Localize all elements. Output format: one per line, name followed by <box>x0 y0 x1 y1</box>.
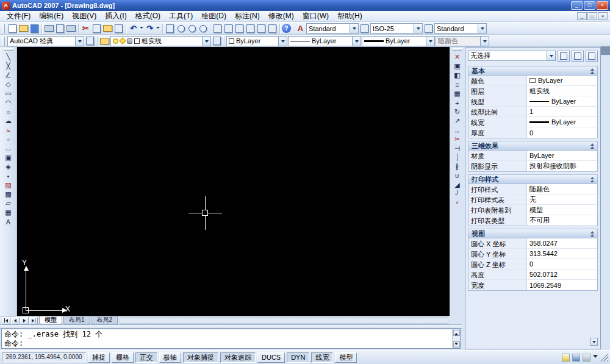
menu-modify[interactable]: 修改(M) <box>264 10 298 22</box>
cut-icon[interactable]: ✂ <box>81 23 91 34</box>
toolbar-grip[interactable] <box>2 37 5 46</box>
doc-minimize-button[interactable]: _ <box>577 12 587 20</box>
selection-combo[interactable]: 无选择 <box>468 51 556 61</box>
make-block-icon[interactable]: ◈ <box>2 162 15 171</box>
tab-nav-prev[interactable] <box>11 317 20 324</box>
undo-icon[interactable]: ↶ <box>128 23 138 34</box>
close-button[interactable]: × <box>597 1 608 10</box>
tab-nav-last[interactable] <box>29 317 38 324</box>
toolbar-lock-icon[interactable] <box>583 354 590 362</box>
move-icon[interactable]: + <box>451 98 464 107</box>
lineweight-combo[interactable]: ByLayer <box>362 36 435 46</box>
chevron-down-icon[interactable] <box>352 37 361 46</box>
tab-layout1[interactable]: 布局1 <box>63 316 90 324</box>
status-toggle-snap[interactable]: 捕捉 <box>88 352 110 363</box>
menu-edit[interactable]: 编辑(E) <box>35 10 68 22</box>
property-value[interactable]: 模型 <box>527 205 597 215</box>
property-value[interactable]: 1069.2549 <box>527 280 597 290</box>
zoom-realtime-icon[interactable] <box>176 23 186 34</box>
linetype-combo[interactable]: ByLayer <box>288 36 361 46</box>
tray-menu-arrow-icon[interactable] <box>593 355 598 360</box>
markup-set-manager-icon[interactable] <box>256 23 267 34</box>
open-icon[interactable] <box>18 23 29 34</box>
section-header-3d[interactable]: 三维效果 <box>468 141 598 151</box>
command-input-line[interactable]: 命令: <box>4 339 450 348</box>
dim-style-combo[interactable]: ISO-25 <box>370 23 423 34</box>
chevron-down-icon[interactable] <box>426 37 434 46</box>
property-value[interactable]: 投射和接收阴影 <box>527 161 597 171</box>
collapse-chevron-icon[interactable] <box>590 143 594 149</box>
help-icon[interactable]: ? <box>282 24 291 33</box>
quickcalc-icon[interactable] <box>267 23 278 34</box>
property-value[interactable]: 随颜色 <box>527 184 597 194</box>
section-header-general[interactable]: 基本 <box>468 66 598 76</box>
workspace-settings-icon[interactable] <box>85 36 95 46</box>
chevron-down-icon[interactable] <box>350 24 358 33</box>
explode-icon[interactable]: * <box>451 199 464 208</box>
status-toggle-polar[interactable]: 极轴 <box>159 352 181 363</box>
collapse-chevron-icon[interactable] <box>590 177 594 182</box>
quick-select-button[interactable] <box>586 51 598 62</box>
mirror-icon[interactable]: ◧ <box>451 71 464 80</box>
property-value[interactable]: 0 <box>527 127 597 138</box>
property-value[interactable]: ByLayer <box>527 117 597 127</box>
sheetset-manager-icon[interactable] <box>245 23 256 34</box>
tab-nav-next[interactable] <box>20 317 29 324</box>
revision-cloud-icon[interactable]: ☁ <box>2 116 15 126</box>
ellipse-icon[interactable]: ○ <box>2 137 15 142</box>
redo-dropdown-arrow-icon[interactable] <box>156 23 160 34</box>
doc-restore-button[interactable]: □ <box>587 12 597 20</box>
offset-icon[interactable]: ≡ <box>451 80 464 89</box>
communication-center-icon[interactable] <box>562 354 570 362</box>
undo-dropdown-arrow-icon[interactable] <box>139 23 144 34</box>
redo-icon[interactable]: ↷ <box>145 23 155 34</box>
menu-dimension[interactable]: 标注(N) <box>231 10 264 22</box>
coordinates-display[interactable]: 269.2361, 195.4964, 0.0000 <box>2 352 86 362</box>
property-value[interactable]: 不可用 <box>527 215 597 226</box>
layer-combo[interactable]: 粗实线 <box>110 36 211 46</box>
scroll-up-icon[interactable] <box>453 330 460 336</box>
section-header-view[interactable]: 视图 <box>468 229 598 238</box>
table-style-combo[interactable]: Standard <box>434 23 487 34</box>
status-toggle-model[interactable]: 模型 <box>335 352 357 363</box>
match-properties-icon[interactable] <box>113 23 124 34</box>
collapse-chevron-icon[interactable] <box>590 68 594 74</box>
collapse-chevron-icon[interactable] <box>590 231 594 237</box>
polygon-icon[interactable]: ◇ <box>2 80 15 89</box>
break-icon[interactable]: ∦ <box>451 162 464 171</box>
chamfer-icon[interactable]: ◢ <box>451 180 464 190</box>
plot-icon[interactable] <box>44 23 54 34</box>
tab-layout2[interactable]: 布局2 <box>92 316 118 324</box>
doc-close-button[interactable]: × <box>598 12 608 20</box>
resize-grip[interactable] <box>600 354 608 362</box>
status-toggle-dyn[interactable]: DYN <box>287 352 309 363</box>
pan-icon[interactable] <box>165 23 175 34</box>
chevron-down-icon[interactable] <box>478 24 486 33</box>
property-value[interactable]: 358.0247 <box>527 238 597 248</box>
select-objects-button[interactable] <box>572 51 584 62</box>
stretch-icon[interactable]: ↔ <box>451 126 464 135</box>
copy-object-icon[interactable]: ▣ <box>451 62 464 71</box>
command-scrollbar[interactable] <box>452 329 460 348</box>
pickadd-toggle-button[interactable] <box>558 51 570 62</box>
gradient-icon[interactable]: ▩ <box>2 190 15 199</box>
color-combo[interactable]: ByLayer <box>226 36 287 46</box>
trim-icon[interactable]: ✂ <box>451 135 464 144</box>
plot-preview-icon[interactable] <box>55 23 65 34</box>
hatch-icon[interactable]: ▨ <box>2 180 15 190</box>
break-at-point-icon[interactable]: ┆ <box>451 153 464 162</box>
copy-icon[interactable] <box>92 23 102 34</box>
toolbar-grip[interactable] <box>2 24 5 33</box>
menu-draw[interactable]: 绘图(D) <box>197 10 231 22</box>
status-toggle-ortho[interactable]: 正交 <box>135 352 157 363</box>
drawing-canvas[interactable]: Y X <box>17 47 450 316</box>
property-value[interactable]: ByLayer <box>527 96 597 106</box>
menu-help[interactable]: 帮助(H) <box>333 10 367 22</box>
associated-standards-icon[interactable] <box>572 354 580 362</box>
tool-palettes-icon[interactable] <box>234 23 245 34</box>
erase-icon[interactable]: ✕ <box>451 52 464 62</box>
layer-properties-manager-icon[interactable] <box>99 36 110 46</box>
designcenter-icon[interactable] <box>223 23 234 34</box>
chevron-down-icon[interactable] <box>414 24 422 33</box>
rectangle-icon[interactable]: ▭ <box>2 89 15 98</box>
